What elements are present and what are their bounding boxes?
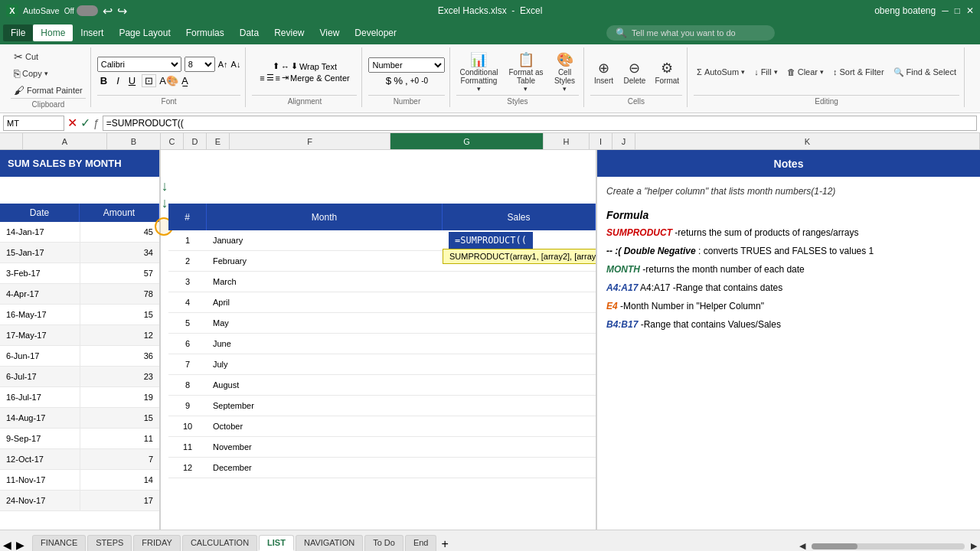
date-cell[interactable]: 12-Oct-17 (0, 449, 80, 469)
sheet-tab-list[interactable]: LIST (259, 535, 294, 551)
wrap-text-btn[interactable]: Wrap Text (299, 61, 337, 71)
month-sales[interactable] (443, 437, 596, 457)
date-cell[interactable]: 24-Nov-17 (0, 491, 80, 510)
clear-dropdown[interactable]: ▾ (820, 68, 824, 76)
date-cell[interactable]: 17-May-17 (0, 325, 80, 345)
align-center-btn[interactable]: ☰ (266, 73, 274, 83)
fill-dropdown[interactable]: ▾ (774, 68, 778, 76)
date-cell[interactable]: 6-Jul-17 (0, 367, 80, 386)
amount-cell[interactable]: 15 (80, 305, 160, 324)
font-family-select[interactable]: Calibri (97, 57, 181, 72)
select-all-btn[interactable] (0, 133, 23, 149)
font-size-select[interactable]: 8 10 11 12 (185, 57, 215, 72)
month-sales[interactable] (443, 313, 596, 333)
col-header-f[interactable]: F (230, 133, 390, 149)
month-sales[interactable] (443, 396, 596, 416)
menu-review[interactable]: Review (266, 24, 312, 41)
fill-color-btn[interactable]: A🎨 (159, 75, 178, 86)
sheet-tab-calculation[interactable]: CALCULATION (182, 535, 257, 551)
dec-inc-btn[interactable]: +0 (410, 75, 419, 86)
col-header-j[interactable]: J (612, 133, 635, 149)
date-cell[interactable]: 11-Nov-17 (0, 470, 80, 490)
close-btn[interactable]: ✕ (966, 5, 974, 16)
amount-cell[interactable]: 34 (80, 243, 160, 262)
next-sheet-btn[interactable]: ▶ (16, 539, 24, 551)
date-cell[interactable]: 4-Apr-17 (0, 284, 80, 304)
date-cell[interactable]: 14-Aug-17 (0, 408, 80, 428)
sheet-tab-to do[interactable]: To Do (364, 535, 403, 551)
col-header-i[interactable]: I (590, 133, 612, 149)
redo-btn[interactable]: ↪ (117, 4, 127, 18)
horizontal-scrollbar[interactable] (812, 543, 965, 549)
sort-btn[interactable]: ↕ Sort & Filter (830, 66, 887, 78)
month-sales[interactable] (443, 292, 596, 312)
col-header-c[interactable]: C (161, 133, 184, 149)
insert-btn[interactable]: ⊕ Insert (590, 57, 618, 87)
italic-btn[interactable]: I (113, 73, 122, 88)
menu-developer[interactable]: Developer (347, 24, 404, 41)
delete-btn[interactable]: ⊖ Delete (621, 57, 649, 87)
merge-btn[interactable]: Merge & Center (290, 73, 350, 83)
scrollbar-thumb[interactable] (812, 543, 858, 549)
dec-dec-btn[interactable]: -0 (421, 75, 428, 86)
sheet-tab-finance[interactable]: FINANCE (32, 535, 86, 551)
font-inc-btn[interactable]: A↑ (218, 60, 228, 69)
comma-btn[interactable]: , (405, 75, 408, 86)
cancel-formula-btn[interactable]: ✕ (67, 116, 77, 130)
date-cell[interactable]: 14-Jan-17 (0, 222, 80, 242)
month-sales[interactable] (443, 458, 596, 478)
undo-btn[interactable]: ↩ (103, 4, 113, 18)
number-format-select[interactable]: Number General Text Currency Percentage (368, 57, 445, 73)
find-btn[interactable]: 🔍 Find & Select (890, 66, 959, 79)
fill-btn[interactable]: ↓ Fill ▾ (751, 66, 781, 78)
copy-dropdown-icon[interactable]: ▾ (44, 70, 48, 77)
formula-cell[interactable]: =SUMPRODUCT(( (449, 232, 533, 249)
month-sales[interactable] (443, 354, 596, 374)
date-cell[interactable]: 3-Feb-17 (0, 263, 80, 283)
confirm-formula-btn[interactable]: ✓ (80, 116, 90, 130)
formula-input[interactable] (103, 116, 977, 131)
font-color-btn[interactable]: A̲ (181, 75, 188, 86)
align-middle-btn[interactable]: ↔ (281, 61, 289, 71)
amount-cell[interactable]: 45 (80, 222, 160, 242)
col-header-a[interactable]: A (23, 133, 107, 149)
align-left-btn[interactable]: ≡ (260, 73, 264, 83)
amount-cell[interactable]: 7 (80, 449, 160, 469)
amount-cell[interactable]: 78 (80, 284, 160, 304)
amount-cell[interactable]: 23 (80, 367, 160, 386)
autosum-dropdown[interactable]: ▾ (741, 68, 745, 76)
cell-styles-btn[interactable]: 🎨 CellStyles ▾ (551, 49, 579, 95)
sheet-tab-navigation[interactable]: NAVIGATION (296, 535, 363, 551)
col-header-h[interactable]: H (544, 133, 590, 149)
amount-cell[interactable]: 15 (80, 408, 160, 428)
font-dec-btn[interactable]: A↓ (231, 60, 241, 69)
underline-btn[interactable]: U (126, 73, 139, 88)
sheet-tab-steps[interactable]: STEPS (87, 535, 132, 551)
month-sales[interactable] (443, 416, 596, 436)
conditional-formatting-btn[interactable]: 📊 ConditionalFormatting ▾ (456, 49, 501, 95)
align-bottom-btn[interactable]: ⬇ (291, 61, 298, 71)
percent-btn[interactable]: % (394, 75, 403, 86)
month-sales[interactable] (443, 334, 596, 354)
scroll-left-btn[interactable]: ◀ (799, 541, 805, 551)
amount-cell[interactable]: 12 (80, 325, 160, 345)
indent-btn[interactable]: ⇥ (282, 73, 289, 83)
autosum-btn[interactable]: Σ AutoSum ▾ (694, 66, 748, 78)
amount-cell[interactable]: 36 (80, 346, 160, 366)
bold-btn[interactable]: B (97, 73, 110, 88)
amount-cell[interactable]: 11 (80, 429, 160, 448)
date-cell[interactable]: 16-May-17 (0, 305, 80, 324)
format-as-table-btn[interactable]: 📋 Format asTable ▾ (505, 49, 546, 95)
cut-btn[interactable]: ✂ Cut (11, 49, 86, 64)
search-box[interactable]: 🔍 Tell me what you want to do (606, 25, 775, 41)
col-header-e[interactable]: E (207, 133, 230, 149)
menu-view[interactable]: View (312, 24, 348, 41)
cs-dropdown[interactable]: ▾ (563, 85, 567, 93)
align-top-btn[interactable]: ⬆ (273, 61, 279, 71)
menu-data[interactable]: Data (232, 24, 266, 41)
menu-formulas[interactable]: Formulas (178, 24, 232, 41)
format-btn[interactable]: ⚙ Format (652, 57, 682, 87)
month-sales[interactable] (443, 375, 596, 395)
col-header-b[interactable]: B (107, 133, 161, 149)
date-cell[interactable]: 6-Jun-17 (0, 346, 80, 366)
